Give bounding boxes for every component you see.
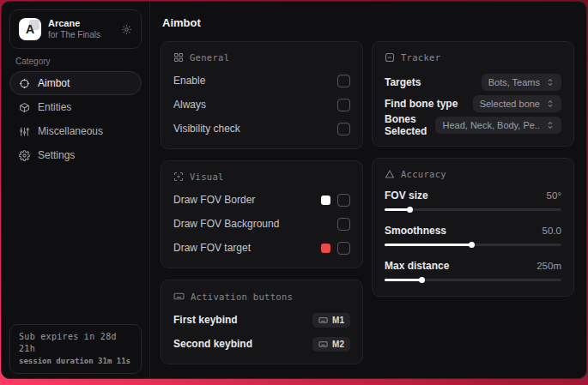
setting-label: Bones Selected [385,113,435,137]
card-title: Visual [190,171,224,182]
keyboard-icon [318,340,328,349]
setting-row-max-distance: Max distance 250m [385,258,561,284]
main-content: Aimbot General Enable [150,2,586,378]
gear-icon[interactable] [121,24,132,35]
setting-row-targets: Targets Bots, Teams [385,71,561,93]
card-title: General [190,52,229,63]
brand-name: Arcane [48,18,100,29]
setting-label: Visibility check [173,123,240,135]
smoothness-slider[interactable] [385,241,561,249]
keybind-button-m2[interactable]: M2 [312,337,350,352]
fov-border-checkbox[interactable] [337,194,350,207]
card-title: Accuracy [401,169,446,179]
setting-row-enable: Enable [173,71,350,90]
setting-row-find-bone-type: Find bone type Selected bone [385,93,561,114]
chevron-up-down-icon [546,121,555,129]
sub-expiry-text: Sub expires in 28d 21h [19,331,132,356]
general-card: General Enable Always Visibility check [161,41,363,149]
setting-label: Always [173,99,206,111]
app-window: A Arcane for The Finals Category [1,1,587,379]
brand-subtitle: for The Finals [48,30,100,40]
slider-thumb[interactable] [407,207,413,213]
setting-row-fov-target: Draw FOV target [173,238,350,257]
setting-label: Second keybind [173,338,252,350]
slider-thumb[interactable] [469,242,475,248]
brand-logo-letter: A [26,22,34,36]
tracker-card: Tracker Targets Bots, Teams Find bone ty… [372,41,574,147]
color-swatch[interactable] [321,244,330,253]
setting-label: Draw FOV Border [173,194,255,206]
card-title: Tracker [401,52,440,63]
sidebar-item-entities[interactable]: Entities [9,95,142,119]
sliders-icon [19,126,30,137]
setting-row-bones-selected: Bones Selected Head, Neck, Body, Pe.. [385,114,561,135]
brand-logo: A [19,18,41,40]
setting-label: Enable [173,75,205,87]
sidebar-item-settings[interactable]: Settings [9,143,142,167]
session-duration-text: session duration 31m 11s [19,356,132,367]
setting-row-second-keybind: Second keybind M2 [173,334,350,353]
setting-value: 50° [547,190,561,201]
setting-label: FOV size [385,189,428,202]
setting-label: Find bone type [385,98,458,110]
card-title: Activation buttons [191,292,293,302]
sidebar-item-label: Settings [38,149,75,161]
chevron-up-down-icon [546,99,555,108]
color-swatch[interactable] [321,196,330,205]
setting-row-first-keybind: First keybind M1 [173,310,350,329]
setting-label: First keybind [173,314,238,326]
setting-row-visibility-check: Visibility check [173,119,350,138]
enable-checkbox[interactable] [337,75,350,87]
setting-row-smoothness: Smoothness 50.0 [385,223,561,249]
focus-icon [173,171,184,182]
sidebar-item-miscellaneous[interactable]: Miscellaneous [9,119,142,143]
fov-size-slider[interactable] [385,206,561,214]
grid-icon [173,52,184,63]
visual-card: Visual Draw FOV Border Draw FOV Backgrou… [161,160,363,268]
category-label: Category [15,57,136,66]
setting-label: Targets [385,76,421,88]
sidebar-item-label: Aimbot [38,77,70,89]
accuracy-card: Accuracy FOV size 50° [372,158,574,297]
brand-header: A Arcane for The Finals [9,9,142,49]
fov-background-checkbox[interactable] [337,218,350,231]
setting-row-fov-background: Draw FOV Background [173,214,350,233]
targets-dropdown[interactable]: Bots, Teams [482,74,561,91]
page-title: Aimbot [162,16,574,29]
keyboard-icon [173,291,185,302]
setting-row-fov-border: Draw FOV Border [173,190,350,209]
activation-card: Activation buttons First keybind M1 Seco… [161,280,363,364]
fov-target-checkbox[interactable] [337,242,350,255]
keybind-button-m1[interactable]: M1 [312,313,350,328]
bone-type-dropdown[interactable]: Selected bone [473,95,561,112]
visibility-check-checkbox[interactable] [337,123,350,135]
setting-row-fov-size: FOV size 50° [385,188,561,214]
setting-label: Draw FOV Background [173,218,279,230]
setting-row-always: Always [173,95,350,114]
crosshair-icon [19,78,30,89]
scan-box-icon [385,52,395,63]
sidebar-nav: Aimbot Entities Miscellaneous [2,71,149,167]
sidebar-item-label: Entities [38,101,71,113]
sidebar: A Arcane for The Finals Category [2,2,150,378]
always-checkbox[interactable] [337,99,350,111]
subscription-info: Sub expires in 28d 21h session duration … [9,324,142,374]
bones-selected-dropdown[interactable]: Head, Neck, Body, Pe.. [435,117,561,134]
setting-value: 250m [536,261,561,271]
chevron-up-down-icon [546,78,555,87]
slider-thumb[interactable] [419,277,425,283]
sidebar-item-label: Miscellaneous [38,125,103,137]
setting-value: 50.0 [543,226,561,236]
triangle-icon [385,169,395,179]
cube-icon [19,102,30,113]
setting-label: Draw FOV target [173,242,251,254]
setting-label: Max distance [385,260,449,272]
gear-icon [19,150,30,161]
setting-label: Smoothness [385,225,446,237]
sidebar-item-aimbot[interactable]: Aimbot [9,71,142,95]
keyboard-icon [318,316,328,325]
max-distance-slider[interactable] [385,276,561,284]
